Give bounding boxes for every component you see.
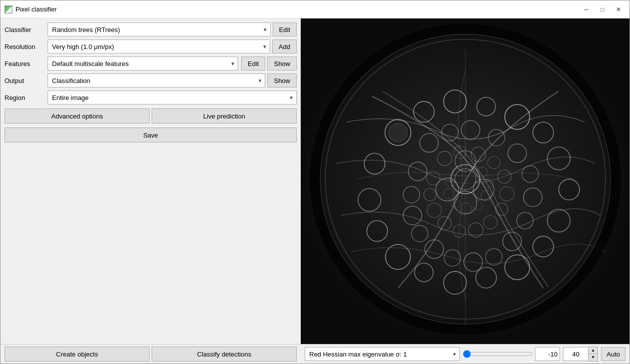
- image-area: [301, 18, 629, 344]
- spinner-group: ▲ ▼: [563, 346, 598, 362]
- auto-button[interactable]: Auto: [601, 347, 625, 361]
- features-label: Features: [5, 60, 45, 68]
- features-select-wrapper: Default multiscale features Custom featu…: [48, 56, 238, 70]
- live-prediction-button[interactable]: Live prediction: [152, 108, 297, 124]
- resolution-control-group: Very high (1.0 μm/px) High (2.0 μm/px) M…: [48, 40, 297, 54]
- image-bottom-bar: Red Hessian max eigenvalue σ: 1 Green He…: [301, 344, 629, 364]
- channel-select-wrapper: Red Hessian max eigenvalue σ: 1 Green He…: [305, 347, 460, 361]
- left-top: Classifier Random trees (RTrees) Support…: [1, 18, 301, 344]
- action-buttons-row: Advanced options Live prediction: [5, 108, 297, 124]
- resolution-row: Resolution Very high (1.0 μm/px) High (2…: [5, 40, 297, 54]
- main-content: Classifier Random trees (RTrees) Support…: [1, 18, 629, 364]
- spinner-up-button[interactable]: ▲: [588, 347, 597, 354]
- main-window: Pixel classifier ─ □ ✕ Classifier Random…: [0, 0, 630, 364]
- add-resolution-button[interactable]: Add: [272, 40, 297, 54]
- classifier-control-group: Random trees (RTrees) Support vector mac…: [48, 22, 297, 36]
- title-bar: Pixel classifier ─ □ ✕: [1, 0, 629, 18]
- window-title: Pixel classifier: [16, 6, 579, 13]
- region-select[interactable]: Entire image Annotations only Tiles only: [48, 90, 297, 104]
- resolution-select[interactable]: Very high (1.0 μm/px) High (2.0 μm/px) M…: [48, 40, 270, 54]
- maximize-button[interactable]: □: [595, 4, 609, 15]
- region-select-wrapper: Entire image Annotations only Tiles only…: [48, 90, 297, 104]
- classifier-row: Classifier Random trees (RTrees) Support…: [5, 22, 297, 36]
- range-group: [463, 347, 560, 361]
- microscope-image: [301, 18, 629, 344]
- minimize-button[interactable]: ─: [579, 4, 593, 15]
- edit-classifier-button[interactable]: Edit: [273, 22, 297, 36]
- right-panel: Red Hessian max eigenvalue σ: 1 Green He…: [301, 18, 629, 364]
- spinner-value[interactable]: [563, 347, 588, 361]
- resolution-label: Resolution: [5, 43, 45, 50]
- resolution-select-wrapper: Very high (1.0 μm/px) High (2.0 μm/px) M…: [48, 40, 270, 54]
- close-button[interactable]: ✕: [611, 4, 625, 15]
- region-row: Region Entire image Annotations only Til…: [5, 90, 297, 104]
- features-select[interactable]: Default multiscale features Custom featu…: [48, 56, 238, 70]
- classifier-label: Classifier: [5, 26, 45, 34]
- range-slider[interactable]: [463, 350, 533, 358]
- features-buttons: Edit Show: [241, 56, 297, 70]
- output-label: Output: [5, 77, 45, 84]
- advanced-options-button[interactable]: Advanced options: [5, 108, 150, 124]
- window-controls: ─ □ ✕: [579, 4, 625, 15]
- region-label: Region: [5, 94, 45, 102]
- show-features-button[interactable]: Show: [267, 56, 297, 70]
- show-output-button[interactable]: Show: [267, 74, 297, 88]
- create-objects-button[interactable]: Create objects: [5, 346, 150, 362]
- output-select[interactable]: Classification Probability Density: [48, 74, 265, 88]
- output-select-wrapper: Classification Probability Density ▼: [48, 74, 265, 88]
- classifier-select[interactable]: Random trees (RTrees) Support vector mac…: [48, 22, 271, 36]
- svg-point-5: [389, 123, 407, 142]
- output-control-group: Classification Probability Density ▼ Sho…: [48, 74, 297, 88]
- range-min-value[interactable]: [535, 347, 560, 361]
- classify-detections-button[interactable]: Classify detections: [152, 346, 297, 362]
- output-row: Output Classification Probability Densit…: [5, 74, 297, 88]
- save-button[interactable]: Save: [5, 128, 297, 142]
- app-icon: [5, 6, 13, 14]
- bottom-buttons-row: Create objects Classify detections: [1, 344, 301, 364]
- spinner-down-button[interactable]: ▼: [588, 354, 597, 361]
- edit-features-button[interactable]: Edit: [241, 56, 265, 70]
- save-row: Save: [5, 128, 297, 142]
- channel-select[interactable]: Red Hessian max eigenvalue σ: 1 Green He…: [305, 347, 460, 361]
- features-row: Features Default multiscale features Cus…: [5, 56, 297, 70]
- spinner-buttons: ▲ ▼: [588, 346, 598, 362]
- left-panel-wrapper: Classifier Random trees (RTrees) Support…: [1, 18, 301, 364]
- classifier-select-wrapper: Random trees (RTrees) Support vector mac…: [48, 22, 271, 36]
- spacer: [5, 146, 297, 340]
